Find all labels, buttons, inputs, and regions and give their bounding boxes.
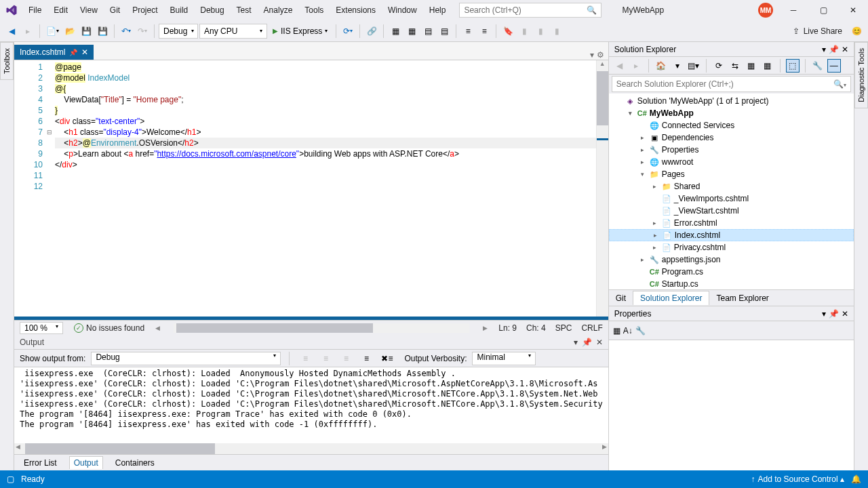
bookmark-button[interactable]: 🔖 — [500, 24, 515, 39]
browser-link-button[interactable]: 🔗 — [364, 24, 379, 39]
save-all-button[interactable]: 💾 — [95, 24, 110, 39]
menu-tools[interactable]: Tools — [299, 3, 329, 18]
se-show-all-button[interactable]: ▦ — [745, 59, 758, 73]
se-sync-button[interactable]: ⟳ — [712, 59, 726, 73]
close-button[interactable]: ✕ — [844, 3, 863, 18]
hscroll-left[interactable]: ◀ — [155, 325, 160, 331]
platform-dropdown[interactable]: Any CPU▾ — [199, 24, 267, 39]
nav-fwd-button[interactable]: ▸ — [20, 24, 35, 39]
tree-node[interactable]: ▸▣Dependencies — [609, 131, 854, 144]
tree-node[interactable]: ▾📁Pages — [609, 168, 854, 180]
code-editor[interactable]: 123456⊟789101112 @page@model IndexModel@… — [14, 60, 608, 320]
scrollbar-thumb[interactable] — [597, 71, 608, 125]
live-share-button[interactable]: ⇪Live Share — [787, 26, 848, 36]
file-tab-index[interactable]: Index.cshtml 📌 ✕ — [14, 45, 94, 60]
hscroll-right[interactable]: ▶ — [483, 325, 488, 331]
output-verb-dropdown[interactable]: Minimal▾ — [472, 352, 536, 365]
solution-tree[interactable]: ◈Solution 'MyWebApp' (1 of 1 project)▾C#… — [609, 94, 854, 290]
bottom-tab-containers[interactable]: Containers — [111, 457, 159, 469]
code-area[interactable]: @page@model IndexModel@{ ViewData["Title… — [55, 60, 596, 317]
menu-window[interactable]: Window — [382, 3, 422, 18]
next-bookmark-button[interactable]: ▮ — [533, 24, 548, 39]
horizontal-scrollbar[interactable] — [174, 323, 469, 333]
undo-button[interactable]: ↶▾ — [119, 24, 134, 39]
menu-help[interactable]: Help — [424, 3, 452, 18]
source-control-button[interactable]: ↑Add to Source Control ▴ — [751, 474, 844, 484]
bottom-tab-error-list[interactable]: Error List — [20, 457, 61, 469]
props-az-button[interactable]: A↓ — [623, 326, 633, 336]
config-dropdown[interactable]: Debug▾ — [159, 24, 198, 39]
refresh-button[interactable]: ⟳▾ — [340, 24, 355, 39]
save-button[interactable]: 💾 — [79, 24, 94, 39]
tree-node[interactable]: ▸📄Index.cshtml — [609, 229, 854, 241]
se-collapse-button[interactable]: ⇆ — [728, 59, 742, 73]
tree-node[interactable]: ▸🌐wwwroot — [609, 156, 854, 168]
output-text[interactable]: iisexpress.exe (CoreCLR: clrhost): Loade… — [14, 367, 608, 443]
se-switch-view-button[interactable]: ▾ — [671, 59, 684, 73]
bottom-tab-output[interactable]: Output — [69, 456, 103, 469]
uncomment-button[interactable]: ≡ — [477, 24, 492, 39]
tab-settings-icon[interactable]: ⚙ — [597, 50, 604, 60]
props-cat-button[interactable]: ▦ — [613, 326, 620, 336]
prev-bookmark-button[interactable]: ▮ — [517, 24, 532, 39]
new-project-button[interactable]: 📄▾ — [44, 24, 61, 39]
redo-button[interactable]: ↷▾ — [135, 24, 150, 39]
out-clear-button[interactable]: ✖≡ — [379, 351, 395, 366]
se-close-icon[interactable]: ✕ — [842, 45, 848, 54]
se-tab-git[interactable]: Git — [609, 291, 633, 305]
tb-icon-4[interactable]: ▤ — [437, 24, 452, 39]
vertical-scrollbar[interactable]: ▲ — [596, 60, 608, 317]
pin-icon[interactable]: 📌 — [69, 49, 77, 56]
props-pin-icon[interactable]: 📌 — [829, 309, 839, 319]
out-wrap-button[interactable]: ≡ — [359, 351, 374, 366]
output-window-icon[interactable]: ▢ — [7, 474, 14, 484]
se-fwd-button[interactable]: ▸ — [629, 59, 643, 73]
tb-icon-1[interactable]: ▦ — [388, 24, 403, 39]
se-tab-team-explorer[interactable]: Team Explorer — [709, 291, 775, 305]
tree-node[interactable]: ▸📁Shared — [609, 180, 854, 192]
tree-node[interactable]: ▸🔧appsettings.json — [609, 253, 854, 266]
diagnostic-tools-tab[interactable]: Diagnostic Tools — [854, 42, 868, 108]
tree-node[interactable]: C#Program.cs — [609, 266, 854, 278]
out-btn-1[interactable]: ≡ — [298, 351, 313, 366]
tree-node[interactable]: 🌐Connected Services — [609, 119, 854, 131]
menu-edit[interactable]: Edit — [48, 3, 73, 18]
clear-bookmarks-button[interactable]: ▮ — [549, 24, 564, 39]
tree-node[interactable]: ▸📄Privacy.cshtml — [609, 241, 854, 253]
menu-project[interactable]: Project — [127, 3, 163, 18]
maximize-button[interactable]: ▢ — [814, 3, 833, 18]
output-from-dropdown[interactable]: Debug▾ — [91, 352, 281, 365]
comment-button[interactable]: ≡ — [460, 24, 475, 39]
se-back-button[interactable]: ◀ — [613, 59, 627, 73]
menu-file[interactable]: File — [23, 3, 47, 18]
menu-build[interactable]: Build — [165, 3, 194, 18]
se-home-button[interactable]: 🏠 — [654, 59, 668, 73]
run-button[interactable]: ▶IIS Express▾ — [269, 24, 332, 39]
tb-icon-2[interactable]: ▦ — [404, 24, 419, 39]
se-preview-button[interactable]: ⬚ — [786, 59, 800, 73]
open-button[interactable]: 📂 — [62, 24, 77, 39]
feedback-button[interactable]: 😊 — [849, 24, 864, 39]
se-copy-button[interactable]: ▦ — [761, 59, 774, 73]
se-dropdown-icon[interactable]: ▾ — [822, 45, 826, 54]
menu-analyze[interactable]: Analyze — [258, 3, 298, 18]
se-search[interactable]: Search Solution Explorer (Ctrl+;) 🔍▾ — [612, 76, 851, 92]
quick-search[interactable]: Search (Ctrl+Q) 🔍 — [459, 3, 601, 18]
panel-close-icon[interactable]: ✕ — [596, 338, 603, 347]
toolbox-tab[interactable]: Toolbox — [0, 42, 14, 80]
se-tab-solution-explorer[interactable]: Solution Explorer — [633, 291, 709, 305]
output-hscroll[interactable]: ◀ ▶ — [14, 443, 608, 454]
menu-git[interactable]: Git — [104, 3, 125, 18]
out-btn-2[interactable]: ≡ — [318, 351, 333, 366]
nav-back-button[interactable]: ◀ — [4, 24, 19, 39]
panel-dropdown-icon[interactable]: ▾ — [574, 338, 578, 347]
props-close-icon[interactable]: ✕ — [842, 309, 848, 319]
se-pin-icon[interactable]: 📌 — [829, 45, 839, 54]
user-avatar[interactable]: MM — [758, 3, 773, 18]
tree-node[interactable]: C#Startup.cs — [609, 278, 854, 290]
minimize-button[interactable]: ─ — [784, 3, 803, 18]
out-btn-3[interactable]: ≡ — [338, 351, 353, 366]
se-view-button[interactable]: — — [827, 59, 841, 73]
tab-close-icon[interactable]: ✕ — [81, 47, 88, 57]
tree-node[interactable]: ▸🔧Properties — [609, 144, 854, 156]
